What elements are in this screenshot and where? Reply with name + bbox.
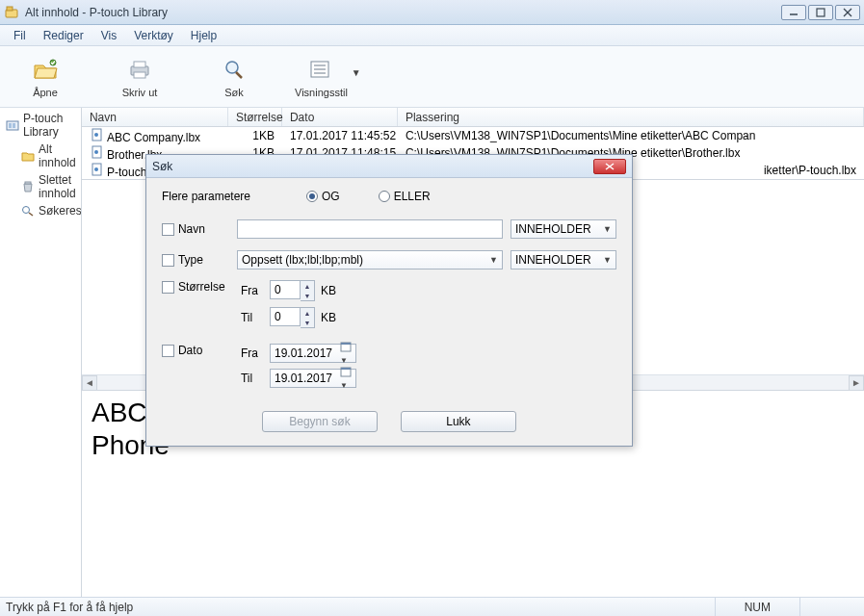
chevron-down-icon: ▼ xyxy=(603,224,612,234)
size-row: Størrelse Fra ▲▼ KB Til xyxy=(162,280,616,334)
close-dialog-button[interactable]: Lukk xyxy=(401,411,516,432)
svg-point-25 xyxy=(94,150,98,154)
svg-rect-3 xyxy=(817,9,825,16)
tree-root[interactable]: P-touch Library xyxy=(2,110,79,141)
window-controls xyxy=(781,5,860,20)
title-bar: Alt innhold - P-touch Library xyxy=(0,0,864,25)
type-value: Oppsett (lbx;lbl;lbp;mbl) xyxy=(242,253,363,267)
size-to-label: Til xyxy=(241,311,270,324)
list-view-icon xyxy=(307,56,334,83)
tree-deleted[interactable]: Slettet innhold xyxy=(2,171,79,202)
chevron-down-icon: ▼ xyxy=(603,255,612,265)
column-name[interactable]: Navn xyxy=(82,108,228,126)
menu-edit[interactable]: Rediger xyxy=(36,27,92,44)
name-input[interactable] xyxy=(237,219,503,239)
svg-rect-1 xyxy=(7,7,13,11)
date-to-picker[interactable]: 19.01.2017 ▼ xyxy=(270,369,356,388)
name-match-combo[interactable]: INNEHOLDER ▼ xyxy=(511,219,616,239)
date-to-value: 19.01.2017 xyxy=(275,372,332,385)
date-row: Dato Fra 19.01.2017 ▼ Til xyxy=(162,344,616,394)
row-name: ABC Company.lbx xyxy=(107,131,200,144)
radio-icon xyxy=(379,191,390,202)
calendar-icon: ▼ xyxy=(340,341,352,366)
column-size[interactable]: Størrelse xyxy=(228,108,282,126)
chevron-down-icon: ▼ xyxy=(489,255,498,265)
spin-up[interactable]: ▲ xyxy=(301,281,314,291)
toolbar-viewstyle[interactable]: Visningsstil ▼ xyxy=(295,56,362,98)
radio-or[interactable]: ELLER xyxy=(379,190,431,203)
spin-down[interactable]: ▼ xyxy=(301,291,314,300)
status-help: Trykk på F1 for å få hjelp xyxy=(6,601,715,614)
scroll-right-icon[interactable]: ► xyxy=(849,375,864,391)
dialog-titlebar: Søk xyxy=(146,155,632,178)
folder-open-icon xyxy=(32,56,59,83)
menu-help[interactable]: Hjelp xyxy=(183,27,224,44)
size-to-input[interactable] xyxy=(270,307,301,326)
dialog-buttons: Begynn søk Lukk xyxy=(162,411,616,432)
maximize-button[interactable] xyxy=(808,5,833,20)
menu-file[interactable]: Fil xyxy=(6,27,34,44)
svg-rect-9 xyxy=(134,72,145,78)
radio-or-label: ELLER xyxy=(394,190,431,203)
kb-unit: KB xyxy=(321,311,336,324)
tree-deleted-label: Slettet innhold xyxy=(39,173,76,200)
list-row[interactable]: ABC Company.lbx 1KB 17.01.2017 11:45:52 … xyxy=(82,127,864,144)
svg-point-23 xyxy=(94,133,98,137)
search-dialog: Søk Flere parametere OG ELLER xyxy=(145,154,633,447)
radio-and[interactable]: OG xyxy=(306,190,340,203)
menu-view[interactable]: Vis xyxy=(93,27,124,44)
toolbar-print[interactable]: Skriv ut xyxy=(106,56,173,98)
svg-rect-8 xyxy=(134,62,145,67)
close-button[interactable] xyxy=(835,5,860,20)
date-checkbox[interactable] xyxy=(162,345,174,357)
row-location: iketter\P-touch.lbx xyxy=(764,164,856,177)
main-area: P-touch Library Alt innhold Slettet innh… xyxy=(0,108,864,597)
spin-down[interactable]: ▼ xyxy=(301,318,314,327)
size-label: Størrelse xyxy=(178,280,225,294)
scroll-left-icon[interactable]: ◄ xyxy=(82,375,97,391)
row-size: 1KB xyxy=(252,129,275,142)
type-checkbox[interactable] xyxy=(162,254,174,267)
type-row: Type Oppsett (lbx;lbl;lbp;mbl) ▼ INNEHOL… xyxy=(162,249,616,270)
printer-icon xyxy=(126,56,153,83)
dialog-close-button[interactable] xyxy=(593,159,626,174)
type-match-combo[interactable]: INNEHOLDER ▼ xyxy=(511,250,616,270)
size-checkbox[interactable] xyxy=(162,281,174,294)
tree-all-label: Alt innhold xyxy=(39,142,76,169)
content-area: Navn Størrelse Dato Plassering ABC Compa… xyxy=(82,108,864,597)
toolbar-print-label: Skriv ut xyxy=(122,87,158,98)
name-checkbox[interactable] xyxy=(162,223,174,236)
tree-results[interactable]: Søkeresultater xyxy=(2,202,79,219)
tree-all-content[interactable]: Alt innhold xyxy=(2,141,79,171)
svg-line-21 xyxy=(29,213,33,216)
kb-unit: KB xyxy=(321,284,336,297)
name-row: Navn INNEHOLDER ▼ xyxy=(162,218,616,240)
row-name: P-touch. xyxy=(107,166,150,179)
row-date: 17.01.2017 11:45:52 xyxy=(290,129,396,142)
svg-rect-31 xyxy=(341,343,351,345)
column-location[interactable]: Plassering xyxy=(398,108,864,126)
status-num: NUM xyxy=(715,598,799,616)
size-from-input[interactable] xyxy=(270,280,301,299)
menu-bar: Fil Rediger Vis Verktøy Hjelp xyxy=(0,25,864,46)
tree-root-label: P-touch Library xyxy=(23,112,75,139)
type-match-value: INNEHOLDER xyxy=(515,253,591,267)
toolbar-search[interactable]: Søk xyxy=(200,56,268,98)
svg-rect-18 xyxy=(13,123,15,128)
toolbar-open[interactable]: Åpne xyxy=(12,56,79,98)
minimize-button[interactable] xyxy=(781,5,806,20)
type-combo[interactable]: Oppsett (lbx;lbl;lbp;mbl) ▼ xyxy=(237,250,503,270)
dialog-body: Flere parametere OG ELLER xyxy=(146,178,632,446)
date-from-picker[interactable]: 19.01.2017 ▼ xyxy=(270,344,356,363)
svg-point-27 xyxy=(94,167,98,171)
column-date[interactable]: Dato xyxy=(282,108,398,126)
app-icon xyxy=(4,5,19,20)
toolbar: Åpne Skriv ut Søk Visningsstil ▼ xyxy=(0,46,864,108)
search-icon xyxy=(221,56,248,83)
menu-tools[interactable]: Verktøy xyxy=(126,27,181,44)
begin-search-button[interactable]: Begynn søk xyxy=(262,411,378,432)
name-match-value: INNEHOLDER xyxy=(515,222,591,236)
dialog-title: Søk xyxy=(152,160,593,173)
date-label: Dato xyxy=(178,344,202,357)
spin-up[interactable]: ▲ xyxy=(301,308,314,318)
